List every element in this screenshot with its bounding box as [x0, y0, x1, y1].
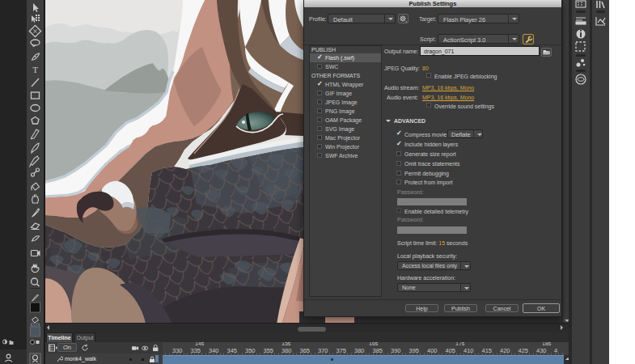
svg-text:T: T — [32, 65, 38, 74]
